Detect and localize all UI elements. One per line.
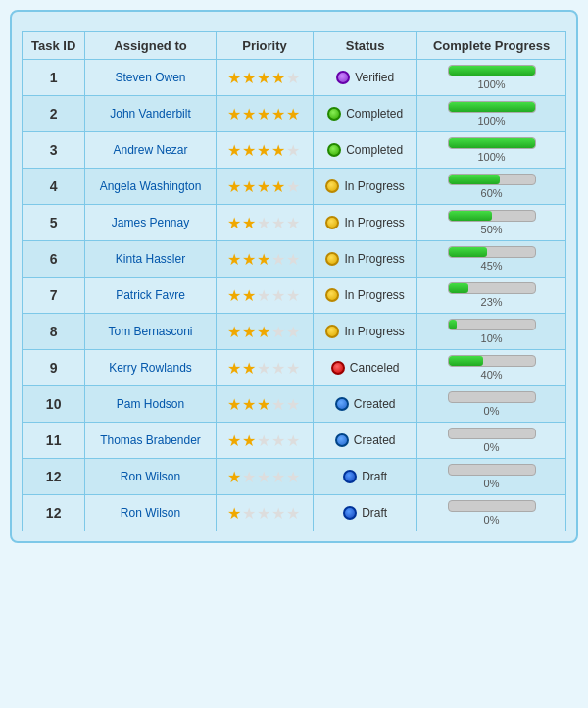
- status-label: Completed: [346, 143, 403, 157]
- cell-priority: ★★★★★: [216, 459, 314, 495]
- progress-bar-fill: [449, 283, 468, 293]
- cell-taskid: 6: [23, 241, 85, 278]
- progress-bar-bg: [448, 174, 536, 185]
- cell-taskid: 10: [23, 386, 85, 423]
- star-empty: ★: [271, 432, 286, 449]
- stars-display: ★★★★★: [227, 178, 301, 195]
- progress-container: 100%: [448, 137, 536, 163]
- star-empty: ★: [286, 324, 301, 340]
- status-cell: Completed: [318, 143, 413, 157]
- star-empty: ★: [286, 178, 301, 195]
- cell-progress: 50%: [417, 205, 566, 241]
- cell-status: Created: [314, 423, 417, 459]
- table-row: 10 Pam Hodson ★★★★★ Created 0%: [23, 386, 566, 423]
- cell-priority: ★★★★★: [216, 60, 314, 96]
- table-row: 8 Tom Bernasconi ★★★★★ In Progress 10%: [23, 314, 566, 350]
- progress-container: 0%: [448, 428, 536, 453]
- star-empty: ★: [286, 215, 301, 231]
- star-full: ★: [227, 178, 242, 195]
- star-full: ★: [242, 360, 257, 377]
- star-empty: ★: [286, 251, 301, 268]
- star-full: ★: [286, 106, 301, 123]
- progress-bar-fill: [449, 211, 492, 221]
- progress-label: 0%: [448, 441, 536, 453]
- cell-status: Completed: [314, 96, 417, 132]
- status-cell: Created: [318, 433, 413, 447]
- progress-bar-bg: [448, 319, 536, 330]
- task-id-value: 3: [50, 142, 58, 158]
- star-full: ★: [242, 142, 257, 159]
- status-dot: [325, 325, 339, 338]
- stars-display: ★★★★★: [227, 142, 301, 159]
- assigned-name: James Pennay: [112, 216, 189, 229]
- cell-progress: 23%: [417, 278, 566, 314]
- star-empty: ★: [257, 287, 271, 304]
- progress-label: 0%: [448, 514, 536, 526]
- progress-container: 0%: [448, 464, 536, 489]
- progress-bar-bg: [448, 282, 536, 294]
- star-full: ★: [242, 215, 257, 231]
- cell-status: In Progress: [314, 169, 417, 205]
- cell-status: Canceled: [314, 350, 417, 386]
- star-empty: ★: [257, 215, 271, 231]
- progress-label: 100%: [448, 78, 536, 90]
- task-id-value: 10: [46, 396, 62, 412]
- table-row: 6 Kinta Hassler ★★★★★ In Progress 45%: [23, 241, 566, 278]
- cell-progress: 45%: [417, 241, 566, 278]
- cell-status: Draft: [314, 495, 417, 531]
- assigned-name: Angela Washington: [100, 179, 202, 193]
- cell-assigned: Steven Owen: [85, 60, 216, 96]
- stars-display: ★★★★★: [227, 432, 301, 449]
- star-full: ★: [227, 215, 242, 231]
- progress-container: 60%: [448, 174, 536, 199]
- progress-bar-fill: [449, 138, 535, 148]
- status-dot: [343, 470, 357, 483]
- progress-bar-fill: [449, 247, 488, 257]
- task-table: Task ID Assigned to Priority Status Comp…: [22, 31, 566, 531]
- stars-display: ★★★★★: [227, 469, 301, 485]
- status-label: Created: [354, 433, 396, 447]
- task-id-value: 5: [50, 215, 58, 230]
- progress-label: 10%: [448, 332, 536, 344]
- progress-container: 45%: [448, 246, 536, 272]
- progress-container: 10%: [448, 319, 536, 344]
- status-cell: Created: [318, 397, 413, 411]
- task-id-value: 9: [50, 360, 58, 376]
- status-dot: [327, 107, 341, 121]
- status-dot: [327, 143, 341, 157]
- star-full: ★: [227, 324, 242, 340]
- cell-progress: 10%: [417, 314, 566, 350]
- star-empty: ★: [271, 215, 286, 231]
- status-cell: Draft: [318, 506, 413, 520]
- star-full: ★: [242, 251, 257, 268]
- stars-display: ★★★★★: [227, 215, 301, 231]
- cell-progress: 0%: [417, 495, 566, 531]
- cell-assigned: Ron Wilson: [85, 495, 216, 531]
- status-cell: In Progress: [318, 179, 413, 193]
- cell-taskid: 2: [23, 96, 85, 132]
- star-empty: ★: [271, 396, 286, 413]
- task-id-value: 12: [46, 505, 62, 521]
- cell-assigned: James Pennay: [85, 205, 216, 241]
- cell-assigned: Pam Hodson: [85, 386, 216, 423]
- assigned-name: Kinta Hassler: [116, 252, 185, 266]
- star-empty: ★: [257, 505, 271, 522]
- cell-status: In Progress: [314, 314, 417, 350]
- table-row: 7 Patrick Favre ★★★★★ In Progress 23%: [23, 278, 566, 314]
- status-dot: [343, 506, 357, 520]
- assigned-name: Steven Owen: [115, 71, 185, 84]
- stars-display: ★★★★★: [227, 360, 301, 377]
- status-label: In Progress: [344, 216, 404, 229]
- star-empty: ★: [271, 360, 286, 377]
- cell-status: Verified: [314, 60, 417, 96]
- star-full: ★: [242, 432, 257, 449]
- cell-progress: 0%: [417, 386, 566, 423]
- col-header-taskid: Task ID: [23, 32, 85, 60]
- cell-progress: 40%: [417, 350, 566, 386]
- star-empty: ★: [271, 469, 286, 485]
- star-full: ★: [242, 324, 257, 340]
- star-full: ★: [227, 469, 242, 485]
- cell-status: Completed: [314, 132, 417, 169]
- task-id-value: 6: [50, 251, 58, 267]
- star-empty: ★: [286, 432, 301, 449]
